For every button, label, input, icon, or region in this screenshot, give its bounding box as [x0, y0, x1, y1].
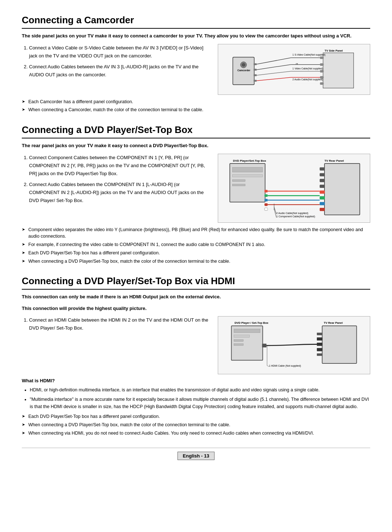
- svg-rect-52: [234, 340, 243, 342]
- svg-rect-55: [322, 326, 357, 364]
- hdmi-bullet-2: "Multimedia interface" is a more accurat…: [30, 396, 370, 410]
- hdmi-section: Connecting a DVD Player/Set-Top Box via …: [22, 275, 370, 436]
- hdmi-intro1: This connection can only be made if ther…: [22, 293, 370, 301]
- what-is-hdmi-title: What is HDMI?: [22, 378, 370, 383]
- hdmi-diagram: DVD Player / Set-Top Box TV Rear Panel: [218, 316, 370, 374]
- svg-rect-29: [265, 199, 268, 201]
- svg-rect-15: [254, 69, 257, 70]
- dvd-device-label: DVD Player/Set-Top Box: [233, 159, 266, 162]
- svg-rect-23: [232, 167, 262, 172]
- hdmi-intro2: This connection will provide the highest…: [22, 305, 370, 312]
- tv-side-panel-label: TV Side Panel: [324, 49, 343, 52]
- camcorder-step-2: Connect Audio Cables between the AV IN 3…: [29, 63, 211, 79]
- dvd-note-4: When connecting a DVD Player/Set-Top box…: [22, 258, 370, 265]
- dvd-text-col: Connect Component Cables between the COM…: [22, 154, 211, 208]
- camcorder-note-1: Each Camcorder has a different panel con…: [22, 98, 370, 105]
- footer-page-number: English - 13: [177, 452, 215, 460]
- component-cable-label: 1 Component Cable(Not supplied): [276, 215, 315, 218]
- camcorder-step-1: Connect a Video Cable or S-Video Cable b…: [29, 44, 211, 60]
- hdmi-content: Connect an HDMI Cable between the HDMI I…: [22, 316, 370, 374]
- dvd-step-1: Connect Component Cables between the COM…: [29, 154, 211, 178]
- hdmi-note-3: When connecting via HDMI, you do not nee…: [22, 430, 370, 437]
- cable2-label: 1 Video Cable(Not supplied): [293, 67, 323, 70]
- svg-rect-32: [324, 163, 360, 214]
- dvd-content: Connect Component Cables between the COM…: [22, 154, 370, 223]
- svg-rect-60: [317, 354, 323, 356]
- svg-rect-14: [254, 63, 257, 65]
- hdmi-note-2: When connecting a DVD Player/Set-Top box…: [22, 422, 370, 428]
- svg-line-20: [257, 71, 291, 75]
- dvd-note-2: For example, if connecting the video cab…: [22, 241, 370, 248]
- dvd-intro: The rear panel jacks on your TV make it …: [22, 142, 370, 149]
- camcorder-section: Connecting a Camcorder The side panel ja…: [22, 15, 370, 113]
- dvd-steps: Connect Component Cables between the COM…: [22, 154, 211, 205]
- hdmi-diagram-svg: DVD Player / Set-Top Box TV Rear Panel: [222, 320, 366, 370]
- svg-rect-53: [234, 344, 243, 346]
- tv-rear-panel-hdmi-label: TV Rear Panel: [324, 322, 343, 325]
- camcorder-diagram-svg: TV Side Panel 1 S-Video Cable(Not suppli…: [222, 48, 366, 91]
- hdmi-text-col: Connect an HDMI Cable between the HDMI I…: [22, 316, 211, 335]
- audio-cable-label: 2 Audio Cable(Not supplied): [276, 211, 308, 214]
- svg-rect-57: [317, 343, 323, 346]
- camcorder-content: Connect a Video Cable or S-Video Cable b…: [22, 44, 370, 95]
- camcorder-title: Connecting a Camcorder: [22, 15, 370, 29]
- camcorder-note-2: When connecting a Camcorder, match the c…: [22, 106, 370, 113]
- dvd-diagram: DVD Player/Set-Top Box TV Rear Panel: [218, 154, 370, 223]
- svg-rect-51: [234, 335, 249, 338]
- svg-rect-2: [320, 63, 324, 66]
- svg-rect-30: [265, 203, 268, 206]
- svg-line-18: [257, 57, 291, 64]
- dvd-notes: Component video separates the video into…: [22, 226, 370, 265]
- hdmi-note-1: Each DVD Player/Set-Top box has a differ…: [22, 413, 370, 420]
- hdmi-cable-label: 1 HDMI Cable (Not supplied): [269, 364, 301, 367]
- svg-rect-26: [232, 184, 245, 186]
- svg-rect-28: [265, 194, 268, 197]
- hdmi-steps: Connect an HDMI Cable between the HDMI I…: [22, 316, 211, 332]
- camcorder-device-label: Camcorder: [237, 69, 250, 72]
- svg-rect-33: [320, 167, 325, 170]
- svg-rect-16: [254, 74, 257, 76]
- or-label: or: [296, 63, 298, 65]
- dvd-note-1: Component video separates the video into…: [22, 226, 370, 240]
- camcorder-notes: Each Camcorder has a different panel con…: [22, 98, 370, 114]
- svg-rect-27: [265, 190, 268, 192]
- camcorder-intro: The side panel jacks on your TV make it …: [22, 32, 370, 40]
- camcorder-text-col: Connect a Video Cable or S-Video Cable b…: [22, 44, 211, 82]
- dvd-diagram-svg: DVD Player/Set-Top Box TV Rear Panel: [222, 158, 366, 219]
- svg-rect-3: [320, 70, 324, 72]
- hdmi-step-1: Connect an HDMI Cable between the HDMI I…: [29, 316, 211, 332]
- svg-line-19: [257, 64, 291, 69]
- svg-rect-39: [320, 202, 325, 205]
- svg-rect-50: [234, 329, 260, 332]
- footer: English - 13: [22, 448, 370, 460]
- dvd-title: Connecting a DVD Player/Set-Top Box: [22, 124, 370, 138]
- hdmi-notes: Each DVD Player/Set-Top box has a differ…: [22, 413, 370, 436]
- svg-rect-38: [320, 196, 325, 200]
- dvd-section: Connecting a DVD Player/Set-Top Box The …: [22, 124, 370, 265]
- hdmi-bullet-1: HDMI, or high-definition multimedia inte…: [30, 386, 370, 394]
- what-is-hdmi-block: What is HDMI? HDMI, or high-definition m…: [22, 378, 370, 410]
- cable1-label: 1 S-Video Cable(Not supplied): [293, 53, 326, 56]
- svg-rect-35: [320, 179, 325, 182]
- dvd-note-3: Each DVD Player/Set-Top box has a differ…: [22, 250, 370, 257]
- svg-rect-58: [317, 348, 323, 351]
- dvd-step-2: Connect Audio Cables between the COMPONE…: [29, 181, 211, 205]
- svg-rect-34: [320, 173, 325, 176]
- svg-point-13: [242, 63, 245, 66]
- hdmi-bullets: HDMI, or high-definition multimedia inte…: [22, 386, 370, 410]
- svg-rect-40: [320, 207, 325, 211]
- dvd-player-label: DVD Player / Set-Top Box: [234, 322, 269, 325]
- svg-rect-37: [320, 190, 325, 194]
- svg-rect-25: [232, 180, 245, 181]
- svg-rect-31: [265, 207, 268, 210]
- camcorder-diagram: TV Side Panel 1 S-Video Cable(Not suppli…: [218, 44, 370, 95]
- svg-rect-56: [317, 338, 323, 341]
- tv-rear-panel-label: TV Rear Panel: [324, 159, 344, 162]
- svg-rect-5: [320, 82, 324, 85]
- svg-rect-17: [254, 80, 257, 81]
- svg-rect-1: [320, 56, 324, 59]
- svg-rect-24: [232, 174, 262, 177]
- svg-rect-36: [320, 185, 325, 188]
- cable3-label: 2 Audio Cable(Not supplied): [293, 78, 323, 81]
- svg-line-21: [257, 77, 291, 80]
